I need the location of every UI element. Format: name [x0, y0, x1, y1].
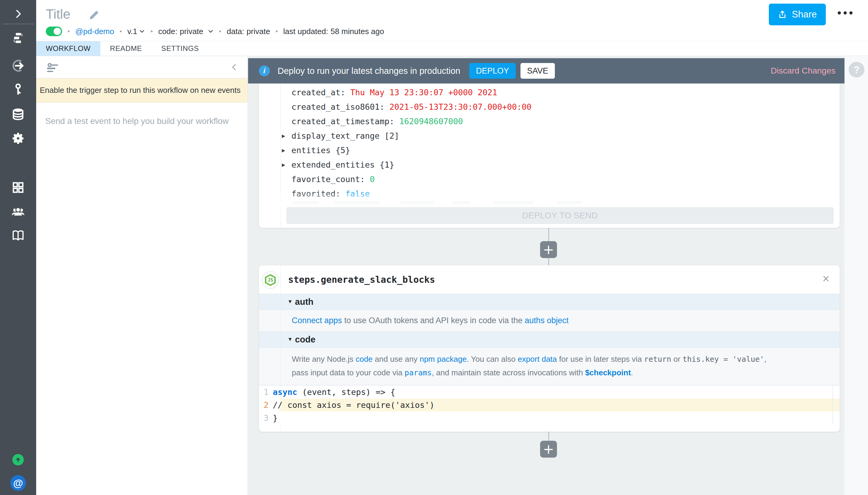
deploy-button[interactable]: DEPLOY — [469, 63, 516, 79]
code-visibility-dropdown[interactable]: code: private — [158, 27, 214, 36]
deploy-status-button[interactable] — [0, 454, 36, 465]
tree-key: entities — [292, 146, 335, 155]
code-docs-link[interactable]: code — [355, 355, 372, 363]
version-dropdown[interactable]: v.1 — [127, 27, 145, 36]
line-number: 1 — [259, 387, 273, 397]
sidebar-item-sql[interactable] — [0, 107, 36, 121]
tree-key: created_at_iso8601: — [292, 102, 389, 112]
tree-value: 0 — [370, 174, 375, 184]
tree-row: favorite_count: 0 — [259, 172, 840, 186]
npm-package-link[interactable]: npm package — [419, 355, 467, 363]
tree-row: created_at_timestamp: 1620948607000 — [259, 114, 840, 129]
tree-key: created_at_timestamp: — [292, 117, 399, 126]
more-menu-button[interactable]: ••• — [837, 7, 855, 20]
nodejs-icon-label: JS — [266, 275, 275, 285]
tree-row-expandable[interactable]: ▶ extended_entities {1} — [259, 157, 840, 172]
version-label: v.1 — [127, 27, 137, 36]
tab-settings[interactable]: SETTINGS — [152, 41, 209, 56]
key-icon — [12, 83, 25, 96]
description-text: pass input data to your code via — [292, 368, 404, 377]
discard-changes-link[interactable]: Discard Changes — [771, 66, 835, 76]
editor-scrollbar-track — [832, 386, 833, 425]
expand-arrow-icon[interactable]: ▶ — [282, 147, 285, 153]
gear-icon — [11, 132, 25, 145]
filter-icon[interactable] — [46, 61, 59, 74]
tab-workflow[interactable]: WORKFLOW — [36, 41, 100, 56]
expand-sidebar-button[interactable] — [0, 7, 36, 20]
description-text: for use in later steps via — [557, 355, 644, 363]
tree-row: created_at: Thu May 13 23:30:07 +0000 20… — [259, 85, 840, 100]
auth-section-header[interactable]: ▼ auth — [259, 294, 840, 310]
sidebar-item-sources[interactable] — [0, 58, 36, 73]
description-text: and use any — [372, 355, 419, 363]
description-text: or — [671, 355, 683, 363]
sidebar-item-community[interactable] — [0, 204, 36, 219]
sidebar-item-apps[interactable] — [0, 180, 36, 195]
tree-value: 1620948607000 — [399, 117, 463, 126]
tree-key: created_at: — [292, 88, 350, 97]
canvas-right-gutter — [845, 56, 868, 495]
sidebar-item-accounts[interactable] — [0, 82, 36, 97]
connect-apps-link[interactable]: Connect apps — [292, 316, 342, 325]
workflow-enabled-toggle[interactable] — [46, 27, 62, 36]
expand-arrow-icon[interactable]: ▶ — [282, 132, 285, 139]
description-text: , — [764, 355, 766, 363]
tree-row-expandable[interactable]: ▶ entities {5} — [259, 143, 840, 157]
close-step-icon[interactable]: × — [822, 272, 829, 286]
grid-icon — [12, 181, 25, 194]
export-data-link[interactable]: export data — [518, 355, 557, 363]
trigger-step-card: created_at: Thu May 13 23:30:07 +0000 20… — [259, 60, 840, 228]
meta-separator: • — [219, 28, 222, 35]
last-updated-value: 58 minutes ago — [331, 27, 384, 36]
auths-object-link[interactable]: auths object — [525, 316, 569, 325]
caret-down-icon: ▼ — [288, 337, 293, 342]
step-name[interactable]: steps.generate_slack_blocks — [288, 274, 435, 285]
last-updated-label: last updated: — [283, 27, 328, 36]
tree-row-expandable[interactable]: ▶ display_text_range [2] — [259, 129, 840, 143]
line-number: 3 — [259, 413, 273, 423]
chevron-down-icon — [208, 29, 214, 33]
share-button[interactable]: Share — [769, 4, 826, 25]
auth-section-body: Connect apps to use OAuth tokens and API… — [259, 310, 840, 331]
data-visibility: data: private — [227, 27, 270, 36]
auth-description: to use OAuth tokens and API keys in code… — [342, 316, 525, 325]
event-panel: Enable the trigger step to run this work… — [36, 56, 248, 495]
help-button[interactable]: ? — [849, 62, 864, 78]
return-code-text: return — [644, 355, 671, 363]
params-link[interactable]: params — [404, 369, 432, 377]
share-label: Share — [792, 9, 817, 20]
tree-key: extended_entities — [292, 160, 380, 169]
tree-value: {1} — [380, 160, 395, 169]
editor-line-active[interactable]: 2 // const axios = require('axios') — [259, 398, 840, 411]
collapse-panel-button[interactable] — [228, 60, 241, 74]
code-token: } — [273, 413, 278, 423]
mentions-button[interactable]: @ — [0, 475, 36, 491]
code-section-description: Write any Node.js code and use any npm p… — [259, 347, 840, 385]
tree-value: 2021-05-13T23:30:07.000+00:00 — [389, 102, 531, 112]
deploy-to-send-button: DEPLOY TO SEND — [286, 207, 834, 224]
tab-readme[interactable]: README — [100, 41, 152, 56]
owner-link[interactable]: @pd-demo — [75, 27, 114, 36]
workflow-icon — [11, 31, 25, 45]
code-visibility-label: code: — [158, 27, 177, 36]
code-step-header: JS steps.generate_slack_blocks × — [259, 265, 840, 294]
sidebar-item-settings[interactable] — [0, 131, 36, 146]
editor-line[interactable]: 3 } — [259, 411, 840, 425]
checkpoint-link[interactable]: $checkpoint — [585, 368, 631, 377]
expand-arrow-icon[interactable]: ▶ — [282, 161, 285, 168]
toggle-knob — [54, 28, 61, 35]
app-sidebar: @ — [0, 0, 36, 495]
sidebar-item-docs[interactable] — [0, 228, 36, 243]
code-section-title: code — [295, 335, 315, 345]
editor-line[interactable]: 1 async (event, steps) => { — [259, 386, 840, 398]
sidebar-item-workflows[interactable] — [0, 31, 36, 45]
add-step-button[interactable]: + — [540, 441, 557, 458]
meta-separator: • — [120, 28, 122, 35]
code-editor[interactable]: 1 async (event, steps) => { 2 // const a… — [259, 385, 840, 425]
edit-title-icon[interactable] — [88, 9, 100, 21]
deploy-banner: i Deploy to run your latest changes in p… — [248, 58, 845, 84]
code-section-header[interactable]: ▼ code — [259, 331, 840, 347]
add-step-button[interactable]: + — [540, 241, 557, 258]
description-text: Write any Node.js — [292, 355, 355, 363]
save-button[interactable]: SAVE — [521, 63, 555, 79]
